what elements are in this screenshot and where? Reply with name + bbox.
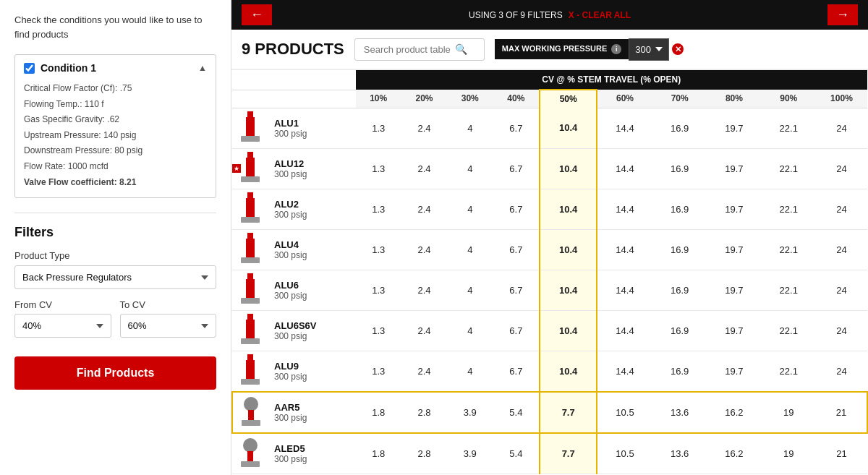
product-pressure: 300 psig <box>274 413 352 423</box>
cv-value-cell: 2.8 <box>401 433 447 474</box>
cv-value-cell: 2.4 <box>401 108 447 148</box>
svg-rect-26 <box>241 461 260 467</box>
cv-value-cell: 24 <box>816 351 867 392</box>
table-row[interactable]: ALED5300 psig1.82.83.95.47.710.513.616.2… <box>232 433 867 474</box>
col-header-20pct: 20% <box>401 90 447 108</box>
cv-value-cell: 6.7 <box>493 310 540 351</box>
svg-rect-13 <box>246 279 255 298</box>
cv-value-cell: 10.4 <box>540 310 597 351</box>
table-row[interactable]: ALU9300 psig1.32.446.710.414.416.919.722… <box>232 351 867 392</box>
product-name-cell: AAR5300 psig <box>268 392 356 433</box>
cv-value-cell: 5.4 <box>493 392 540 433</box>
info-icon[interactable]: i <box>611 44 621 54</box>
product-pressure: 300 psig <box>274 454 352 464</box>
product-name: ALU9 <box>274 361 352 372</box>
chevron-up-icon[interactable]: ▲ <box>198 63 207 73</box>
table-area[interactable]: 9 PRODUCTS 🔍 MAX WORKING PRESSURE i 1502… <box>231 30 868 475</box>
product-pressure: 300 psig <box>274 372 352 382</box>
cv-value-cell: 6.7 <box>493 270 540 310</box>
cv-value-cell: 4 <box>447 189 493 229</box>
search-input[interactable] <box>361 39 455 60</box>
cv-value-cell: 4 <box>447 270 493 310</box>
cv-value-cell: 1.3 <box>356 229 401 270</box>
cv-value-cell: 16.9 <box>652 189 707 229</box>
to-cv-select[interactable]: 40%50%60%70%80%90%100% <box>120 314 217 338</box>
svg-rect-9 <box>247 233 253 239</box>
cv-value-cell: 16.2 <box>707 392 761 433</box>
intro-text: Check the conditions you would like to u… <box>14 13 216 41</box>
cv-value-cell: 6.7 <box>493 229 540 270</box>
cv-value-cell: 24 <box>816 270 867 310</box>
table-row[interactable]: ★ALU12300 psig1.32.446.710.414.416.919.7… <box>232 148 867 189</box>
pressure-error-icon: ✕ <box>672 43 684 55</box>
clear-all-link[interactable]: X - CLEAR ALL <box>569 10 631 20</box>
forward-arrow-button[interactable]: → <box>827 4 858 25</box>
col-header-40pct: 40% <box>493 90 540 108</box>
col-header-60pct: 60% <box>597 90 652 108</box>
cv-value-cell: 10.4 <box>540 351 597 392</box>
star-badge: ★ <box>232 164 241 173</box>
search-icon[interactable]: 🔍 <box>455 43 467 55</box>
product-name-cell: ALU4300 psig <box>268 229 356 270</box>
product-pressure: 300 psig <box>274 331 352 341</box>
cv-value-cell: 1.3 <box>356 270 401 310</box>
cv-value-cell: 16.9 <box>652 310 707 351</box>
from-cv-select[interactable]: 10%20%30%40%50%60% <box>14 314 111 338</box>
table-row[interactable]: AAR5300 psig1.82.83.95.47.710.513.616.21… <box>232 392 867 433</box>
cv-value-cell: 24 <box>816 148 867 189</box>
left-panel: Check the conditions you would like to u… <box>0 0 231 475</box>
cv-value-cell: 6.7 <box>493 351 540 392</box>
svg-rect-7 <box>246 198 255 217</box>
pressure-select[interactable]: 150200300400600 <box>629 38 669 61</box>
svg-rect-12 <box>247 273 253 279</box>
table-row[interactable]: ALU2300 psig1.32.446.710.414.416.919.722… <box>232 189 867 229</box>
cv-value-cell: 6.7 <box>493 108 540 148</box>
cv-value-cell: 19 <box>762 433 816 474</box>
cv-value-cell: 1.3 <box>356 310 401 351</box>
product-name: ALU6 <box>274 280 352 291</box>
cv-value-cell: 22.1 <box>762 229 816 270</box>
cv-value-cell: 24 <box>816 310 867 351</box>
cv-row: From CV 10%20%30%40%50%60% To CV 40%50%6… <box>14 299 216 338</box>
cv-value-cell: 22.1 <box>762 148 816 189</box>
to-cv-group: To CV 40%50%60%70%80%90%100% <box>120 299 217 338</box>
cv-value-cell: 14.4 <box>597 148 652 189</box>
find-products-button[interactable]: Find Products <box>14 356 216 390</box>
table-row[interactable]: ALU1300 psig1.32.446.710.414.416.919.722… <box>232 108 867 148</box>
product-image-cell <box>232 189 268 229</box>
condition-checkbox[interactable] <box>24 63 35 74</box>
product-name: ALU6S6V <box>274 320 352 331</box>
cv-value-cell: 16.2 <box>707 433 761 474</box>
cv-value-cell: 14.4 <box>597 108 652 148</box>
product-name-cell: ALU12300 psig <box>268 148 356 189</box>
svg-rect-14 <box>241 298 260 304</box>
products-count: 9 PRODUCTS <box>242 40 344 59</box>
cv-value-cell: 19.7 <box>707 148 761 189</box>
pressure-selector: MAX WORKING PRESSURE i 150200300400600 ✕ <box>495 38 684 61</box>
svg-rect-1 <box>246 117 255 136</box>
search-box[interactable]: 🔍 <box>354 38 485 61</box>
product-table: CV @ % STEM TRAVEL (% OPEN) 10%20%30%40%… <box>231 70 868 474</box>
cv-value-cell: 21 <box>816 433 867 474</box>
cv-value-cell: 16.9 <box>652 108 707 148</box>
back-arrow-button[interactable]: ← <box>242 4 272 25</box>
product-image-cell: ★ <box>232 148 268 189</box>
cv-header-cell: CV @ % STEM TRAVEL (% OPEN) <box>356 70 867 90</box>
cv-value-cell: 19.7 <box>707 189 761 229</box>
svg-rect-3 <box>247 152 253 158</box>
svg-rect-10 <box>246 239 255 257</box>
col-header-10pct: 10% <box>356 90 401 108</box>
svg-rect-5 <box>241 176 260 182</box>
right-panel: ← USING 3 OF 9 FILTERS X - CLEAR ALL → 9… <box>231 0 868 475</box>
svg-rect-4 <box>246 158 255 176</box>
col-header-80pct: 80% <box>707 90 761 108</box>
table-row[interactable]: ALU6300 psig1.32.446.710.414.416.919.722… <box>232 270 867 310</box>
table-row[interactable]: ALU6S6V300 psig1.32.446.710.414.416.919.… <box>232 310 867 351</box>
svg-rect-6 <box>247 192 253 198</box>
table-row[interactable]: ALU4300 psig1.32.446.710.414.416.919.722… <box>232 229 867 270</box>
cv-value-cell: 4 <box>447 229 493 270</box>
cv-value-cell: 19.7 <box>707 310 761 351</box>
cv-value-cell: 10.4 <box>540 148 597 189</box>
product-type-select[interactable]: Back Pressure RegulatorsPressure Regulat… <box>14 265 216 289</box>
cv-value-cell: 22.1 <box>762 351 816 392</box>
